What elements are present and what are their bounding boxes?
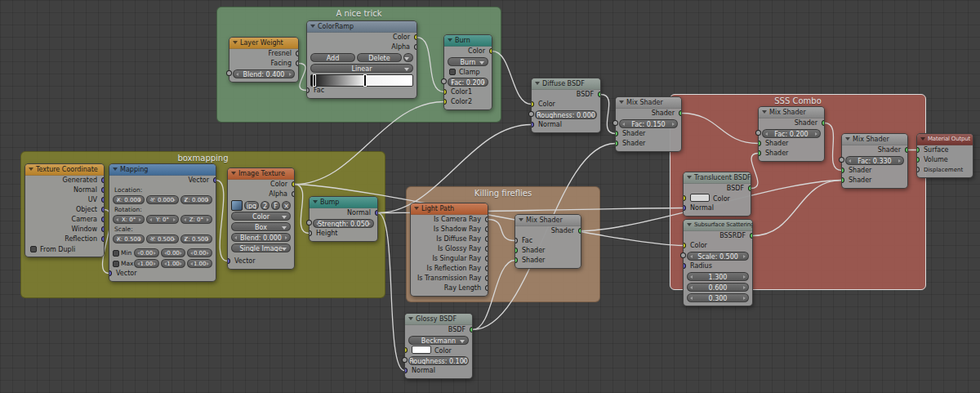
normal-input-socket[interactable] <box>532 122 534 127</box>
collapse-icon[interactable] <box>845 137 850 141</box>
camera-output-socket[interactable] <box>101 217 104 222</box>
add-stop-button[interactable]: Add <box>310 53 355 62</box>
max-z-field[interactable]: 1.00 <box>187 259 212 268</box>
uv-output-socket[interactable] <box>101 197 104 203</box>
from-dupli-toggle[interactable]: From Dupli <box>25 244 104 254</box>
is-transmission-ray-output-socket[interactable] <box>485 275 488 281</box>
scale-input-socket[interactable] <box>680 252 686 258</box>
normal-input-socket[interactable] <box>684 205 686 211</box>
scale-y-field[interactable]: Y: 0.500 <box>146 234 178 243</box>
height-input-socket[interactable] <box>310 230 312 236</box>
color-swatch[interactable] <box>690 194 710 202</box>
node-header[interactable]: Mix Shader <box>616 97 681 109</box>
vector-input-socket[interactable] <box>228 258 230 264</box>
collapse-icon[interactable] <box>920 137 925 141</box>
shader1-input-socket[interactable] <box>759 141 761 146</box>
collapse-icon[interactable] <box>29 167 33 171</box>
roughness-field[interactable]: Roughness: 0.100 <box>408 356 469 365</box>
blend-field[interactable]: Blend: 0.400 <box>233 69 295 78</box>
location-y-field[interactable]: Y: 0.000 <box>146 195 178 204</box>
bssrdf-output-socket[interactable] <box>750 233 752 239</box>
clamp-toggle[interactable]: Clamp <box>444 67 492 77</box>
normal-input-socket[interactable] <box>405 368 408 373</box>
strength-input-socket[interactable] <box>306 220 312 226</box>
min-x-field[interactable]: 0.00 <box>134 248 159 257</box>
collapse-icon[interactable] <box>519 218 523 221</box>
node-header[interactable]: Burn <box>444 35 492 47</box>
node-header[interactable]: Translucent BSDF <box>684 172 751 184</box>
surface-input-socket[interactable] <box>917 147 920 153</box>
color-input-socket[interactable] <box>532 101 534 107</box>
fake-user-button[interactable]: F <box>271 201 280 210</box>
shader-output-socket[interactable] <box>679 110 681 116</box>
fac-input-socket[interactable] <box>612 120 618 126</box>
collapse-icon[interactable] <box>687 176 692 179</box>
color-output-socket[interactable] <box>489 48 492 54</box>
normal-output-socket[interactable] <box>375 210 377 216</box>
scale-z-field[interactable]: Z: 0.500 <box>180 234 212 243</box>
color1-input-socket[interactable] <box>444 89 447 95</box>
max-y-field[interactable]: 1.00 <box>161 259 186 268</box>
color-input-socket[interactable] <box>405 347 408 353</box>
node-header[interactable]: Bump <box>310 197 377 208</box>
facing-output-socket[interactable] <box>296 60 298 66</box>
strength-field[interactable]: Strength: 0.050 <box>313 219 374 228</box>
roughness-input-socket[interactable] <box>528 111 534 117</box>
location-x-field[interactable]: X: 0.000 <box>113 195 145 204</box>
colorband-stop[interactable] <box>313 74 316 87</box>
rotation-x-field[interactable]: X: 0° <box>113 215 145 224</box>
shader-output-socket[interactable] <box>822 120 824 126</box>
node-header[interactable]: Mix Shader <box>842 134 907 145</box>
node-header[interactable]: Subsurface Scattering <box>684 220 752 231</box>
shader2-input-socket[interactable] <box>515 257 518 263</box>
alpha-output-socket[interactable] <box>292 191 294 197</box>
is-singular-ray-output-socket[interactable] <box>485 256 488 261</box>
image-name-button[interactable]: jpg <box>244 201 259 210</box>
node-header[interactable]: Mix Shader <box>759 107 824 118</box>
colorband[interactable] <box>310 74 413 87</box>
volume-input-socket[interactable] <box>917 157 920 163</box>
generated-output-socket[interactable] <box>101 177 104 183</box>
fresnel-output-socket[interactable] <box>296 51 298 56</box>
shader1-input-socket[interactable] <box>515 248 518 253</box>
node-header[interactable]: Texture Coordinate <box>25 164 104 176</box>
collapse-icon[interactable] <box>535 82 540 85</box>
bsdf-output-socket[interactable] <box>598 92 600 97</box>
node-header[interactable]: Material Output <box>917 134 973 145</box>
node-header[interactable]: Glossy BSDF <box>405 314 472 325</box>
roughness-field[interactable]: Roughness: 0.000 <box>535 110 597 119</box>
fac-field[interactable]: Fac: 0.200 <box>762 129 821 138</box>
radius-input-socket[interactable] <box>684 263 686 269</box>
vector-output-socket[interactable] <box>213 177 216 183</box>
ray-length-output-socket[interactable] <box>485 285 488 291</box>
node-header[interactable]: Image Texture <box>228 168 294 180</box>
alpha-output-socket[interactable] <box>414 44 416 50</box>
fac-field[interactable]: Fac: 0.150 <box>619 119 678 128</box>
node-header[interactable]: Diffuse BSDF <box>532 78 600 90</box>
min-toggle[interactable]: Min <box>113 248 132 257</box>
color-output-socket[interactable] <box>292 181 294 187</box>
fac-input-socket[interactable] <box>755 130 761 136</box>
collapse-icon[interactable] <box>448 38 452 42</box>
rotation-y-field[interactable]: Y: 0° <box>146 215 178 224</box>
fac-input-socket[interactable] <box>441 78 447 84</box>
location-z-field[interactable]: Z: 0.000 <box>180 195 212 204</box>
color-input-socket[interactable] <box>684 243 686 248</box>
node-header[interactable]: Layer Weight <box>229 38 298 49</box>
fac-input-socket[interactable] <box>307 87 310 93</box>
scale-x-field[interactable]: X: 0.500 <box>113 234 145 243</box>
unlink-button[interactable]: × <box>282 201 291 210</box>
fac-field[interactable]: Fac: 0.330 <box>845 156 904 165</box>
rotation-z-field[interactable]: Z: 0° <box>180 215 212 224</box>
is-camera-ray-output-socket[interactable] <box>485 217 488 222</box>
blend-type-dropdown[interactable]: Burn <box>448 57 488 66</box>
users-count-button[interactable]: 2 <box>261 201 270 210</box>
is-diffuse-ray-output-socket[interactable] <box>485 236 488 242</box>
shader2-input-socket[interactable] <box>759 150 761 156</box>
shader-output-socket[interactable] <box>578 228 581 234</box>
collapse-icon[interactable] <box>231 172 236 175</box>
roughness-input-socket[interactable] <box>402 357 408 363</box>
image-thumbnail-icon[interactable] <box>231 200 243 211</box>
scale-field[interactable]: Scale: 0.500 <box>687 252 749 261</box>
collapse-icon[interactable] <box>414 207 419 210</box>
